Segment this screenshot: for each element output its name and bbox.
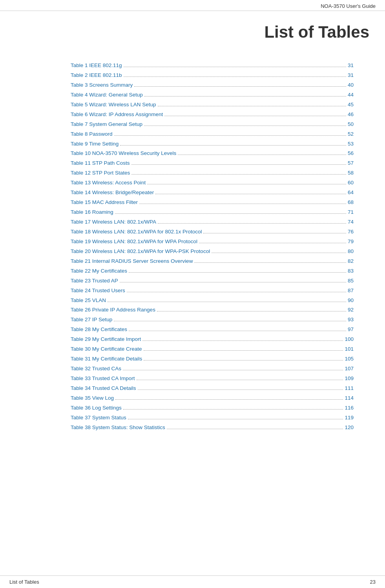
toc-entry[interactable]: Table 25 VLAN90 — [71, 296, 354, 305]
toc-dots — [178, 155, 346, 155]
toc-page-number: 107 — [345, 364, 354, 373]
toc-label: Table 3 Screens Summary — [71, 81, 133, 90]
toc-entry[interactable]: Table 5 Wizard: Wireless LAN Setup45 — [71, 100, 354, 109]
toc-dots — [120, 282, 346, 282]
toc-dots — [127, 292, 346, 292]
toc-entry[interactable]: Table 35 View Log114 — [71, 394, 354, 403]
toc-entry[interactable]: Table 18 Wireless LAN: 802.1x/WPA for 80… — [71, 228, 354, 237]
toc-label: Table 20 Wireless LAN: 802.1x/WPA for WP… — [71, 247, 210, 256]
toc-dots — [131, 174, 346, 175]
toc-entry[interactable]: Table 8 Password52 — [71, 130, 354, 139]
toc-label: Table 12 STP Port States — [71, 169, 130, 178]
toc-entry[interactable]: Table 7 System General Setup50 — [71, 120, 354, 129]
toc-dots — [123, 370, 343, 370]
toc-dots — [164, 116, 346, 116]
toc-entry[interactable]: Table 9 Time Setting53 — [71, 140, 354, 149]
toc-page-number: 57 — [348, 159, 354, 168]
toc-dots — [144, 360, 343, 360]
toc-entry[interactable]: Table 36 Log Settings116 — [71, 404, 354, 413]
toc-entry[interactable]: Table 24 Trusted Users87 — [71, 286, 354, 295]
toc-page-number: 111 — [345, 384, 354, 393]
toc-entry[interactable]: Table 17 Wireless LAN: 802.1x/WPA74 — [71, 218, 354, 227]
toc-dots — [108, 302, 346, 302]
toc-entry[interactable]: Table 27 IP Setup93 — [71, 315, 354, 324]
toc-page-number: 101 — [345, 345, 354, 354]
toc-label: Table 13 Wireless: Access Point — [71, 178, 146, 188]
toc-page-number: 46 — [348, 110, 354, 119]
toc-entry[interactable]: Table 16 Roaming71 — [71, 208, 354, 217]
toc-label: Table 2 IEEE 802.11b — [71, 71, 122, 80]
toc-entry[interactable]: Table 23 Trusted AP85 — [71, 277, 354, 286]
toc-entry[interactable]: Table 21 Internal RADIUS Server Screens … — [71, 257, 354, 266]
toc-entry[interactable]: Table 34 Trusted CA Details111 — [71, 384, 354, 393]
toc-label: Table 25 VLAN — [71, 296, 106, 305]
toc-page-number: 109 — [345, 374, 354, 383]
toc-entry[interactable]: Table 1 IEEE 802.11g31 — [71, 61, 354, 70]
toc-dots — [199, 243, 346, 243]
toc-entry[interactable]: Table 15 MAC Address Filter68 — [71, 198, 354, 207]
toc-dots — [158, 223, 346, 224]
toc-entry[interactable]: Table 37 System Status119 — [71, 413, 354, 422]
toc-entry[interactable]: Table 20 Wireless LAN: 802.1x/WPA for WP… — [71, 247, 354, 256]
toc-entry[interactable]: Table 26 Private IP Address Ranges92 — [71, 306, 354, 315]
toc-entry[interactable]: Table 12 STP Port States58 — [71, 169, 354, 178]
toc-entry[interactable]: Table 22 My Certificates83 — [71, 267, 354, 276]
toc-page-number: 64 — [348, 188, 354, 197]
toc-entry[interactable]: Table 3 Screens Summary40 — [71, 81, 354, 90]
toc-entry[interactable]: Table 28 My Certificates97 — [71, 325, 354, 334]
toc-entry[interactable]: Table 4 Wizard: General Setup44 — [71, 91, 354, 100]
toc-dots — [157, 311, 346, 311]
header-title: NOA-3570 User's Guide — [321, 3, 376, 9]
toc-entry[interactable]: Table 31 My Certificate Details105 — [71, 355, 354, 364]
toc-entry[interactable]: Table 11 STP Path Costs57 — [71, 159, 354, 168]
toc-page-number: 119 — [345, 413, 354, 422]
toc-dots — [131, 164, 346, 165]
toc-entry[interactable]: Table 33 Trusted CA Import109 — [71, 374, 354, 383]
toc-entry[interactable]: Table 19 Wireless LAN: 802.1x/WPA for WP… — [71, 237, 354, 246]
toc-entry[interactable]: Table 14 Wireless: Bridge/Repeater64 — [71, 188, 354, 197]
toc-label: Table 23 Trusted AP — [71, 277, 118, 286]
toc-label: Table 29 My Certificate Import — [71, 335, 141, 344]
toc-page-number: 100 — [345, 335, 354, 344]
toc-label: Table 1 IEEE 802.11g — [71, 61, 122, 70]
toc-label: Table 18 Wireless LAN: 802.1x/WPA for 80… — [71, 228, 202, 237]
toc-dots — [128, 419, 343, 419]
page-title: List of Tables — [0, 11, 385, 57]
toc-dots — [203, 233, 346, 233]
toc-dots — [167, 429, 343, 429]
toc-page-number: 74 — [348, 218, 354, 227]
toc-label: Table 36 Log Settings — [71, 404, 122, 413]
toc-label: Table 33 Trusted CA Import — [71, 374, 135, 383]
toc-dots — [194, 262, 346, 263]
toc-label: Table 4 Wizard: General Setup — [71, 91, 143, 100]
toc-page-number: 120 — [345, 423, 354, 432]
toc-label: Table 26 Private IP Address Ranges — [71, 306, 155, 315]
toc-page-number: 97 — [348, 325, 354, 334]
toc-page-number: 80 — [348, 247, 354, 256]
toc-entry[interactable]: Table 10 NOA-3570 Wireless Security Leve… — [71, 149, 354, 158]
toc-page-number: 50 — [348, 120, 354, 129]
toc-entry[interactable]: Table 29 My Certificate Import100 — [71, 335, 354, 344]
toc-entry[interactable]: Table 13 Wireless: Access Point60 — [71, 178, 354, 188]
toc-entry[interactable]: Table 38 System Status: Show Statistics1… — [71, 423, 354, 432]
toc-page-number: 105 — [345, 355, 354, 364]
toc-entry[interactable]: Table 2 IEEE 802.11b31 — [71, 71, 354, 80]
toc-entry[interactable]: Table 32 Trusted CAs107 — [71, 364, 354, 373]
toc-dots — [139, 204, 346, 204]
toc-label: Table 17 Wireless LAN: 802.1x/WPA — [71, 218, 156, 227]
toc-label: Table 22 My Certificates — [71, 267, 127, 276]
toc-dots — [115, 213, 346, 214]
toc-label: Table 32 Trusted CAs — [71, 364, 121, 373]
toc-label: Table 15 MAC Address Filter — [71, 198, 138, 207]
toc-dots — [155, 194, 346, 194]
toc-entry[interactable]: Table 6 Wizard: IP Address Assignment46 — [71, 110, 354, 119]
toc-page-number: 114 — [345, 394, 354, 403]
toc-entry[interactable]: Table 30 My Certificate Create101 — [71, 345, 354, 354]
toc-label: Table 5 Wizard: Wireless LAN Setup — [71, 100, 156, 109]
toc-dots — [134, 86, 346, 87]
toc-dots — [124, 67, 346, 67]
toc-dots — [124, 76, 346, 77]
toc-label: Table 38 System Status: Show Statistics — [71, 423, 165, 432]
toc-dots — [144, 350, 343, 351]
toc-dots — [114, 321, 346, 321]
